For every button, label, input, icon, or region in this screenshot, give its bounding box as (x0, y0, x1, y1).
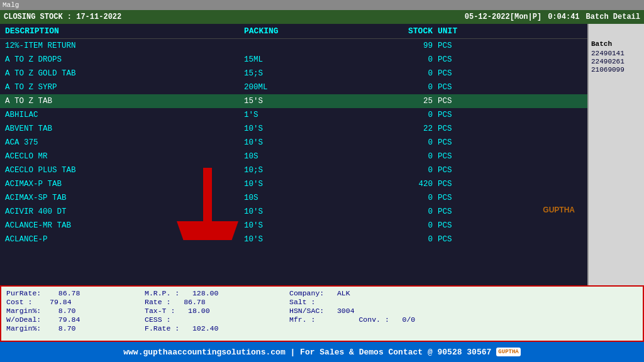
item-desc: A TO Z DROPS (5, 55, 244, 64)
date-display: 05-12-2022[Mon|P] (465, 13, 541, 21)
col-description: DESCRIPTION (5, 26, 244, 36)
title-bar: Malg (0, 0, 644, 10)
batch-label: Batch Detail (586, 13, 640, 21)
item-stock: 25 (382, 97, 433, 106)
item-unit: PCS (433, 111, 470, 119)
item-unit: PCS (433, 69, 470, 78)
item-pack: 10'S (244, 207, 382, 216)
table-row[interactable]: ACA 375 10'S 0 PCS (0, 136, 587, 150)
margin-field: Margin%: 8.70 (6, 307, 145, 315)
table-row[interactable]: ACECLO MR 10S 0 PCS (0, 150, 587, 163)
batch-num-1: 22490141 (591, 50, 641, 57)
company-field: Company: ALK (289, 289, 638, 297)
wodeal-value: 79.84 (58, 315, 80, 324)
table-row[interactable]: A TO Z GOLD TAB 15;S 0 PCS (0, 67, 587, 80)
rate-value: 86.78 (184, 298, 206, 306)
purrate-field: PurRate: 86.78 (6, 289, 145, 297)
item-stock: 0 (382, 166, 433, 175)
company-label: Company: (289, 289, 324, 297)
item-unit: PCS (433, 235, 470, 244)
item-pack: 10'S (244, 235, 382, 244)
time-display: 0:04:41 (548, 13, 579, 21)
detail-row-5: Margin%: 8.70 F.Rate : 102.40 (6, 324, 638, 332)
item-unit: PCS (433, 221, 470, 230)
mrp-field: M.R.P. : 128.00 (145, 289, 289, 297)
detail-row-2: Cost : 79.84 Rate : 86.78 Salt : (6, 298, 638, 306)
frate-value: 102.40 (192, 324, 218, 332)
item-pack: 15'S (244, 97, 382, 106)
table-row[interactable]: ACIVIR 400 DT 10'S 0 PCS (0, 205, 587, 219)
margin-label: Margin%: (6, 307, 41, 315)
item-pack: 10;S (244, 166, 382, 175)
salt-label: Salt : (289, 298, 315, 306)
item-desc: A TO Z SYRP (5, 83, 244, 92)
item-unit: PCS (433, 138, 470, 147)
conv-label: Conv. : (358, 315, 389, 324)
wodeal-label: W/oDeal: (6, 315, 41, 324)
table-row[interactable]: ACECLO PLUS TAB 10;S 0 PCS (0, 163, 587, 177)
table-row[interactable]: ACLANCE-MR TAB 10'S 0 PCS (0, 219, 587, 233)
item-unit: PCS (433, 207, 470, 216)
item-unit: PCS (433, 97, 470, 106)
item-desc: 12%-ITEM RETURN (5, 41, 244, 50)
col-stock: STOCK (382, 26, 433, 36)
item-stock: 0 (382, 221, 433, 230)
rate-field: Rate : 86.78 (145, 298, 289, 306)
footer-logo: GUPTHA (496, 348, 520, 356)
salt-field: Salt : (289, 298, 638, 306)
table-row[interactable]: ABVENT TAB 10'S 22 PCS (0, 122, 587, 136)
mrp-label: M.R.P. : (145, 289, 179, 297)
item-pack: 15;S (244, 69, 382, 78)
detail-row-4: W/oDeal: 79.84 CESS : Mfr. : Conv. : (6, 315, 638, 324)
item-stock: 0 (382, 152, 433, 161)
item-stock: 22 (382, 124, 433, 133)
top-bar: CLOSING STOCK : 17-11-2022 05-12-2022[Mo… (0, 10, 644, 24)
taxt-label: Tax-T : (145, 307, 175, 315)
column-header: DESCRIPTION PACKING STOCK UNIT (0, 24, 587, 39)
table-row[interactable]: ABHILAC 1'S 0 PCS (0, 108, 587, 122)
frate-field: F.Rate : 102.40 (145, 324, 289, 332)
hsn-value: 3004 (337, 307, 355, 315)
margin2-label: Margin%: (6, 324, 41, 332)
item-stock: 0 (382, 207, 433, 216)
purrate-value: 86.78 (58, 289, 80, 297)
table-row[interactable]: 12%-ITEM RETURN 99 PCS (0, 39, 587, 53)
item-desc: ACLANCE-MR TAB (5, 221, 244, 230)
item-stock: 0 (382, 235, 433, 244)
footer: www.gupthaaccountingsolutions.com | For … (0, 342, 644, 362)
item-unit: PCS (433, 166, 470, 175)
item-stock: 0 (382, 194, 433, 202)
table-row[interactable]: ACIMAX-P TAB 10'S 420 PCS (0, 177, 587, 191)
item-desc: A TO Z GOLD TAB (5, 69, 244, 78)
table-row[interactable]: ACIMAX-SP TAB 10S 0 PCS (0, 191, 587, 205)
item-pack: 10'S (244, 221, 382, 230)
item-stock: 0 (382, 55, 433, 64)
item-pack: 200ML (244, 83, 382, 92)
item-desc: ACIMAX-P TAB (5, 180, 244, 189)
batch-num-2: 22490261 (591, 58, 641, 65)
rate-label: Rate : (145, 298, 170, 306)
item-unit: PCS (433, 152, 470, 161)
hsn-field: HSN/SAC: 3004 (289, 307, 638, 315)
item-desc: ACIVIR 400 DT (5, 207, 244, 216)
cess-field: CESS : (145, 315, 289, 324)
item-pack: 10'S (244, 180, 382, 189)
table-row[interactable]: ACLANCE-P 10'S 0 PCS (0, 233, 587, 246)
mrp-value: 128.00 (192, 289, 218, 297)
mfr-field: Mfr. : Conv. : 0/0 (289, 315, 638, 324)
item-stock: 0 (382, 83, 433, 92)
batch-header: Batch (591, 40, 641, 48)
cost-field: Cost : 79.84 (6, 298, 145, 306)
item-desc: ABVENT TAB (5, 124, 244, 133)
table-row[interactable]: A TO Z SYRP 200ML 0 PCS (0, 80, 587, 94)
item-list: 12%-ITEM RETURN 99 PCS A TO Z DROPS 15ML… (0, 39, 587, 285)
cost-label: Cost : (6, 298, 32, 306)
table-row[interactable]: A TO Z DROPS 15ML 0 PCS (0, 53, 587, 67)
taxt-field: Tax-T : 18.00 (145, 307, 289, 315)
table-row[interactable]: A TO Z TAB 15'S 25 PCS (0, 94, 587, 108)
margin2-value: 8.70 (58, 324, 76, 332)
purrate-label: PurRate: (6, 289, 41, 297)
hsn-label: HSN/SAC: (289, 307, 324, 315)
item-pack: 10S (244, 194, 382, 202)
batch-panel: Batch 22490141 22490261 21069099 (587, 39, 644, 285)
